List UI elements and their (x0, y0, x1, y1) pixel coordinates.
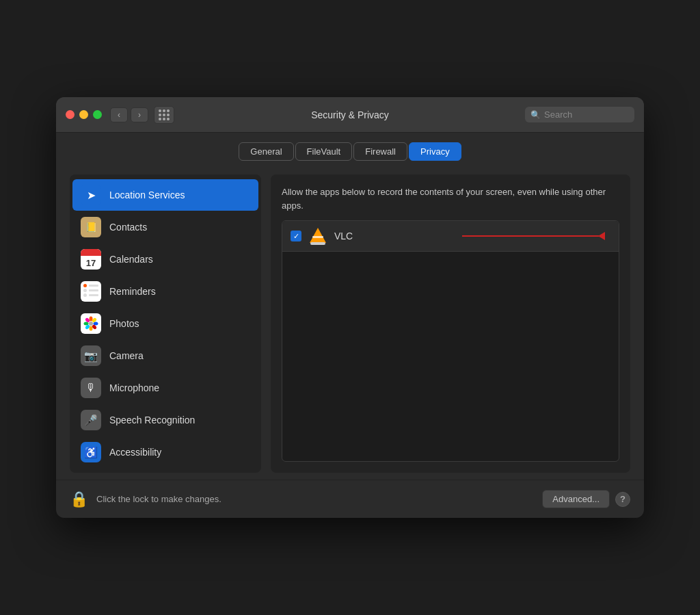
minimize-button[interactable] (79, 110, 88, 119)
advanced-button[interactable]: Advanced... (542, 490, 610, 508)
sidebar-label-photos: Photos (109, 318, 139, 329)
vlc-checkbox[interactable]: ✓ (291, 231, 301, 241)
tab-firewall[interactable]: Firewall (353, 142, 407, 161)
sidebar: ➤ Location Services 📒 Contacts 17 Calend… (70, 174, 261, 473)
forward-button[interactable]: › (131, 107, 148, 122)
contacts-icon: 📒 (81, 217, 101, 237)
speech-recognition-icon: 🎤 (81, 410, 101, 430)
svg-point-2 (90, 326, 93, 331)
vlc-app-name: VLC (334, 231, 353, 241)
lock-label: Click the lock to make changes. (96, 494, 221, 504)
apps-list: ✓ VLC (282, 220, 619, 462)
svg-rect-11 (310, 242, 325, 245)
back-button[interactable]: ‹ (110, 107, 128, 122)
photos-icon (81, 313, 101, 334)
fullscreen-button[interactable] (93, 110, 102, 119)
tab-privacy[interactable]: Privacy (409, 142, 461, 161)
location-services-icon: ➤ (81, 185, 101, 205)
calendars-icon: 17 (81, 249, 101, 270)
svg-point-3 (84, 322, 89, 326)
tabs-bar: General FileVault Firewall Privacy (56, 133, 644, 168)
sidebar-label-camera: Camera (109, 350, 144, 361)
grid-icon (159, 109, 170, 120)
sidebar-label-contacts: Contacts (109, 222, 147, 233)
search-placeholder: Search (544, 109, 572, 120)
sidebar-item-calendars[interactable]: 17 Calendars (72, 244, 258, 275)
tab-general[interactable]: General (239, 142, 293, 161)
sidebar-item-reminders[interactable]: Reminders (72, 276, 258, 307)
svg-point-4 (94, 322, 98, 326)
sidebar-item-contacts[interactable]: 📒 Contacts (72, 211, 258, 243)
bottom-bar: 🔒 Click the lock to make changes. Advanc… (56, 480, 644, 518)
traffic-lights (66, 110, 102, 119)
panel-description: Allow the apps below to record the conte… (282, 185, 619, 212)
window-title: Security & Privacy (311, 109, 389, 120)
table-row: ✓ VLC (282, 221, 619, 252)
sidebar-item-microphone[interactable]: 🎙 Microphone (72, 372, 258, 404)
sidebar-item-photos[interactable]: Photos (72, 308, 258, 339)
sidebar-label-microphone: Microphone (109, 382, 159, 393)
lock-icon[interactable]: 🔒 (70, 490, 88, 508)
svg-marker-9 (310, 228, 326, 243)
bottom-buttons: Advanced... ? (542, 490, 630, 508)
camera-icon: 📷 (81, 345, 101, 366)
sidebar-label-accessibility: Accessibility (109, 447, 161, 458)
nav-buttons: ‹ › (110, 107, 148, 122)
tab-filevault[interactable]: FileVault (295, 142, 353, 161)
search-icon: 🔍 (530, 110, 541, 120)
titlebar: ‹ › Security & Privacy 🔍 Search (56, 97, 644, 133)
sidebar-item-accessibility[interactable]: ♿ Accessibility (72, 436, 258, 468)
search-box[interactable]: 🔍 Search (525, 107, 634, 122)
vlc-icon (308, 226, 327, 246)
close-button[interactable] (66, 110, 75, 119)
svg-point-1 (90, 317, 93, 322)
sidebar-label-speech-recognition: Speech Recognition (109, 415, 195, 426)
accessibility-icon: ♿ (81, 442, 101, 462)
sidebar-item-camera[interactable]: 📷 Camera (72, 340, 258, 371)
arrow-line (462, 235, 599, 237)
right-panel: Allow the apps below to record the conte… (271, 174, 630, 473)
sidebar-label-calendars: Calendars (109, 254, 153, 265)
arrow-annotation (462, 232, 605, 240)
svg-rect-10 (312, 236, 323, 238)
main-window: ‹ › Security & Privacy 🔍 Search General … (56, 97, 644, 518)
svg-point-0 (89, 322, 93, 326)
grid-button[interactable] (154, 106, 174, 124)
reminders-icon (81, 281, 101, 302)
sidebar-item-location-services[interactable]: ➤ Location Services (72, 179, 258, 211)
sidebar-label-location-services: Location Services (109, 189, 185, 200)
sidebar-label-reminders: Reminders (109, 286, 156, 297)
microphone-icon: 🎙 (81, 378, 101, 398)
sidebar-item-speech-recognition[interactable]: 🎤 Speech Recognition (72, 404, 258, 436)
arrow-head (598, 232, 605, 240)
main-content: ➤ Location Services 📒 Contacts 17 Calend… (56, 168, 644, 480)
help-button[interactable]: ? (615, 492, 630, 507)
